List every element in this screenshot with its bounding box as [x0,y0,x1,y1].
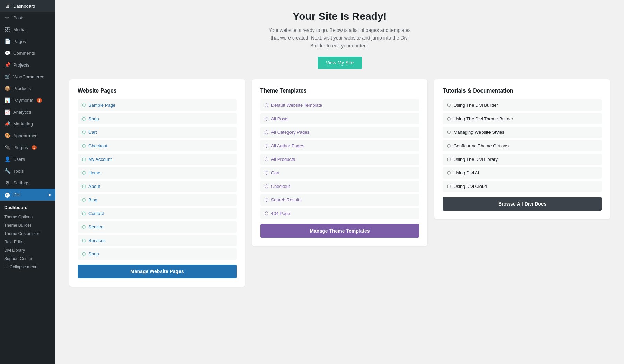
sidebar-item-users[interactable]: 👤 Users [0,153,55,165]
sidebar-item-tools[interactable]: 🔧 Tools [0,165,55,177]
divi-submenu-theme-options[interactable]: Theme Options [0,213,55,221]
chevron-right-icon: ▶ [49,193,51,197]
page-icon: ⬡ [82,224,86,229]
page-icon: ⬡ [82,197,86,202]
website-pages-card: Website Pages ⬡ Sample Page ⬡ Shop ⬡ Car… [69,79,245,287]
divi-submenu-support-center[interactable]: Support Center [0,254,55,263]
list-item[interactable]: ⬡ Search Results [260,194,419,206]
list-item[interactable]: ⬡ Using The Divi Builder [443,99,602,111]
list-item[interactable]: ⬡ Blog [78,194,237,206]
manage-pages-button[interactable]: Manage Website Pages [78,265,237,278]
sidebar-item-payments[interactable]: 📊 Payments 1 [0,94,55,106]
sidebar-item-divi[interactable]: D Divi ▶ [0,189,55,201]
list-item[interactable]: ⬡ All Products [260,154,419,165]
page-title: Your Site Is Ready! [69,10,610,22]
list-item-label: Sample Page [88,103,115,108]
list-item[interactable]: ⬡ About [78,181,237,192]
divi-submenu-theme-builder[interactable]: Theme Builder [0,221,55,229]
list-item-label: Home [88,170,101,175]
list-item[interactable]: ⬡ 404 Page [260,208,419,219]
sidebar-item-marketing[interactable]: 📣 Marketing [0,118,55,130]
list-item[interactable]: ⬡ Home [78,167,237,179]
list-item[interactable]: ⬡ All Author Pages [260,140,419,151]
template-icon: ⬡ [265,143,268,148]
list-item[interactable]: ⬡ Shop [78,113,237,124]
products-icon: 📦 [4,86,10,91]
main-content: Your Site Is Ready! Your website is read… [55,0,624,364]
list-item[interactable]: ⬡ All Category Pages [260,127,419,138]
divi-submenu-collapse-menu[interactable]: ⊙ Collapse menu [0,263,55,271]
list-item-label: Cart [271,170,280,175]
list-item[interactable]: ⬡ Checkout [260,181,419,192]
list-item[interactable]: ⬡ Checkout [78,140,237,151]
list-item[interactable]: ⬡ Configuring Theme Options [443,140,602,151]
template-icon: ⬡ [265,211,268,216]
sidebar-label: Media [13,27,25,32]
cards-row: Website Pages ⬡ Sample Page ⬡ Shop ⬡ Car… [69,79,610,287]
list-item-label: All Posts [271,116,289,121]
list-item-label: Cart [88,130,97,135]
sidebar-item-pages[interactable]: 📄 Pages [0,35,55,47]
list-item[interactable]: ⬡ Service [78,221,237,233]
list-item[interactable]: ⬡ Using Divi Cloud [443,181,602,192]
sidebar-label: Pages [13,39,26,44]
doc-icon: ⬡ [447,103,451,108]
theme-templates-card: Theme Templates ⬡ Default Website Templa… [252,79,428,246]
doc-icon: ⬡ [447,157,451,162]
template-icon: ⬡ [265,116,268,121]
comments-icon: 💬 [4,50,10,56]
sidebar-item-plugins[interactable]: 🔌 Plugins 1 [0,141,55,153]
list-item[interactable]: ⬡ Using The Divi Theme Builder [443,113,602,124]
list-item[interactable]: ⬡ Using The Divi Library [443,154,602,165]
template-icon: ⬡ [265,157,268,162]
list-item-label: Managing Website Styles [453,130,504,135]
theme-templates-heading: Theme Templates [260,88,419,94]
sidebar-item-appearance[interactable]: 🎨 Appearance [0,130,55,141]
sidebar-item-settings[interactable]: ⚙ Settings [0,177,55,189]
list-item[interactable]: ⬡ Sample Page [78,99,237,111]
divi-submenu-role-editor[interactable]: Role Editor [0,238,55,246]
list-item-label: Search Results [271,197,302,202]
sidebar-item-posts[interactable]: ✏ Posts [0,12,55,24]
manage-templates-button[interactable]: Manage Theme Templates [260,224,419,238]
list-item[interactable]: ⬡ Services [78,235,237,246]
sidebar-item-woocommerce[interactable]: 🛒 WooCommerce [0,71,55,83]
list-item[interactable]: ⬡ Using Divi AI [443,167,602,179]
browse-docs-button[interactable]: Browse All Divi Docs [443,197,602,211]
list-item[interactable]: ⬡ Default Website Template [260,99,419,111]
doc-icon: ⬡ [447,130,451,135]
list-item-label: Default Website Template [271,103,322,108]
list-item[interactable]: ⬡ Cart [78,127,237,138]
list-item[interactable]: ⬡ Contact [78,208,237,219]
sidebar-label: Payments [13,98,33,103]
page-icon: ⬡ [82,184,86,189]
list-item[interactable]: ⬡ Managing Website Styles [443,127,602,138]
list-item[interactable]: ⬡ My Account [78,154,237,165]
sidebar-item-comments[interactable]: 💬 Comments [0,47,55,59]
users-icon: 👤 [4,156,10,162]
list-item[interactable]: ⬡ Cart [260,167,419,179]
list-item[interactable]: ⬡ All Posts [260,113,419,124]
page-icon: ⬡ [82,211,86,216]
sidebar-item-analytics[interactable]: 📈 Analytics [0,106,55,118]
list-item-label: Using Divi AI [453,170,479,175]
woocommerce-icon: 🛒 [4,74,10,79]
dashboard-icon: ⊞ [4,3,10,9]
divi-submenu-theme-customizer[interactable]: Theme Customizer [0,229,55,238]
list-item-label: All Author Pages [271,143,304,148]
view-site-button[interactable]: View My Site [318,57,362,69]
sidebar-item-media[interactable]: 🖼 Media [0,24,55,35]
page-icon: ⬡ [82,116,86,121]
sidebar-item-projects[interactable]: 📌 Projects [0,59,55,71]
list-item-label: Shop [88,251,99,257]
sidebar-item-dashboard[interactable]: ⊞ Dashboard [0,0,55,12]
posts-icon: ✏ [4,15,10,20]
list-item[interactable]: ⬡ Shop [78,248,237,260]
divi-submenu: Dashboard Theme Options Theme Builder Th… [0,201,55,272]
sidebar-item-products[interactable]: 📦 Products [0,83,55,94]
template-icon: ⬡ [265,170,268,175]
template-icon: ⬡ [265,184,268,189]
list-item-label: Services [88,238,106,243]
divi-submenu-divi-library[interactable]: Divi Library [0,246,55,254]
list-item-label: Blog [88,197,97,202]
